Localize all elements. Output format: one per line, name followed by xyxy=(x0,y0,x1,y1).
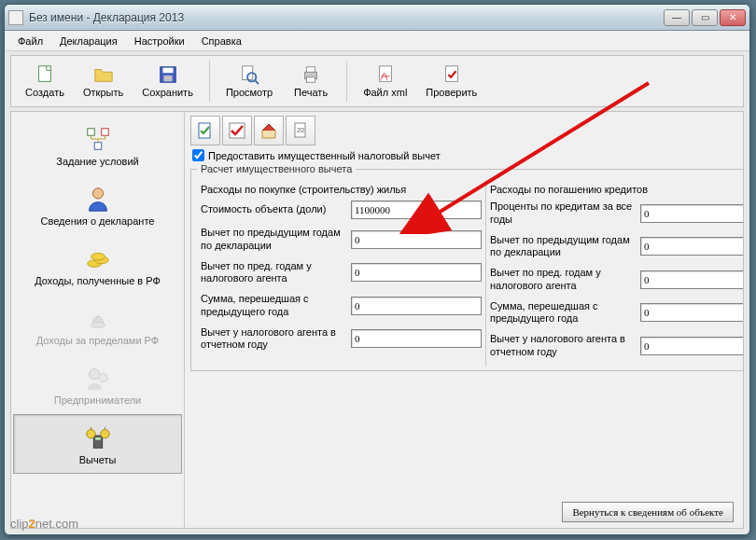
input-prev-agent-deduction[interactable] xyxy=(351,263,482,282)
svg-point-24 xyxy=(86,429,94,437)
input-credit-agent-current[interactable] xyxy=(640,337,743,355)
field-agent-current-year: Вычет у налогового агента в отчетном год… xyxy=(201,326,482,353)
sidebar: Задание условий Сведения о декларанте До… xyxy=(11,112,185,528)
watermark: clip2net.com xyxy=(10,517,78,531)
save-icon xyxy=(157,64,179,85)
toolbar-create-button[interactable]: Создать xyxy=(17,58,73,104)
calculation-group-title: Расчет имущественного вычета xyxy=(197,163,356,174)
toolbar-print-button[interactable]: Печать xyxy=(283,58,339,104)
svg-rect-3 xyxy=(163,76,172,81)
svg-rect-11 xyxy=(445,66,457,82)
toolbar-separator xyxy=(346,61,347,102)
toolbar-preview-button[interactable]: Просмотр xyxy=(217,58,281,104)
columns: Расходы по покупке (строительству) жилья… xyxy=(197,180,743,367)
house-icon xyxy=(259,121,278,140)
sidebar-item-income-abroad[interactable]: Доходы за пределами РФ xyxy=(13,295,182,354)
window-controls: — ▭ ✕ xyxy=(664,9,746,26)
app-icon xyxy=(8,10,23,25)
toolbar-separator xyxy=(209,61,210,102)
svg-point-25 xyxy=(100,429,108,437)
declarant-icon xyxy=(84,185,112,213)
income-abroad-icon xyxy=(84,304,112,332)
input-object-cost[interactable] xyxy=(351,201,482,219)
menu-help[interactable]: Справка xyxy=(196,34,247,48)
field-carryover-sum: Сумма, перешедшая с предыдущего года xyxy=(201,293,482,319)
sidebar-item-declarant[interactable]: Сведения о декларанте xyxy=(13,175,182,235)
toolbar-open-button[interactable]: Открыть xyxy=(75,58,132,104)
toolbar-check-button[interactable]: Проверить xyxy=(417,58,485,104)
svg-point-15 xyxy=(92,187,103,198)
grant-deduction-label: Предоставить имущественный налоговый выч… xyxy=(208,150,441,161)
svg-rect-9 xyxy=(307,77,315,83)
folder-open-icon xyxy=(92,64,115,85)
svg-rect-13 xyxy=(101,128,108,135)
input-prev-decl-deduction[interactable] xyxy=(351,230,482,249)
field-credit-prev-decl: Вычет по предыдущим годам по декларации xyxy=(490,234,743,260)
maximize-button[interactable]: ▭ xyxy=(692,9,718,26)
svg-point-18 xyxy=(91,253,105,260)
sidebar-item-income-ru[interactable]: Доходы, полученные в РФ xyxy=(13,235,182,295)
svg-rect-14 xyxy=(94,142,102,149)
field-credit-interest: Проценты по кредитам за все годы xyxy=(490,201,743,227)
toolbar-xml-button[interactable]: Файл xml xyxy=(355,58,415,104)
field-prev-agent-deduction: Вычет по пред. годам у налогового агента xyxy=(201,260,482,286)
deduction-type-property-button[interactable] xyxy=(254,116,284,145)
input-carryover-sum[interactable] xyxy=(351,297,482,315)
checkbox-red-icon xyxy=(228,121,246,140)
menu-file[interactable]: Файл xyxy=(12,34,49,48)
input-agent-current-year[interactable] xyxy=(351,329,482,348)
sidebar-item-conditions[interactable]: Задание условий xyxy=(13,116,182,175)
field-credit-agent-current: Вычет у налогового агента в отчетном год… xyxy=(490,333,743,359)
input-credit-interest[interactable] xyxy=(640,204,743,223)
deduction-type-toolbar: 20 xyxy=(190,116,737,145)
conditions-icon xyxy=(84,125,112,153)
document-small-icon: 20 xyxy=(291,121,310,140)
back-to-object-button[interactable]: Вернуться к сведениям об объекте xyxy=(562,502,734,522)
grant-deduction-row: Предоставить имущественный налоговый выч… xyxy=(192,149,737,161)
deductions-icon xyxy=(84,423,112,451)
minimize-button[interactable]: — xyxy=(664,9,690,26)
sidebar-item-deductions[interactable]: Вычеты xyxy=(13,414,182,474)
field-credit-prev-agent: Вычет по пред. годам у налогового агента xyxy=(490,267,743,293)
svg-line-6 xyxy=(255,80,259,84)
content-panel: 20 Предоставить имущественный налоговый … xyxy=(185,112,743,528)
xml-file-icon xyxy=(374,64,397,85)
field-prev-decl-deduction: Вычет по предыдущим годам по декларации xyxy=(201,227,482,253)
deduction-type-securities-button[interactable]: 20 xyxy=(286,116,315,145)
column-purchase-title: Расходы по покупке (строительству) жилья xyxy=(201,184,482,195)
calculation-group: Расчет имущественного вычета Расходы по … xyxy=(190,163,743,371)
window-title: Без имени - Декларация 2013 xyxy=(29,11,664,24)
deduction-type-social-button[interactable] xyxy=(222,116,252,145)
svg-rect-12 xyxy=(87,128,94,135)
input-credit-carryover[interactable] xyxy=(640,303,743,322)
deduction-type-standard-button[interactable] xyxy=(190,116,220,145)
close-button[interactable]: ✕ xyxy=(720,9,746,26)
svg-rect-2 xyxy=(162,68,173,74)
toolbar-save-button[interactable]: Сохранить xyxy=(133,58,202,104)
svg-point-20 xyxy=(89,368,99,379)
entrepreneur-icon xyxy=(84,364,112,392)
column-credit: Расходы по погашению кредитов Проценты п… xyxy=(485,180,743,367)
menu-declaration[interactable]: Декларация xyxy=(54,34,123,48)
income-ru-icon xyxy=(84,244,112,272)
preview-icon xyxy=(238,64,260,85)
svg-text:20: 20 xyxy=(297,127,304,133)
grant-deduction-checkbox[interactable] xyxy=(192,149,204,161)
app-window: Без имени - Декларация 2013 — ▭ ✕ Файл Д… xyxy=(4,4,750,535)
input-credit-prev-decl[interactable] xyxy=(640,237,743,256)
titlebar: Без имени - Декларация 2013 — ▭ ✕ xyxy=(5,5,749,31)
menu-settings[interactable]: Настройки xyxy=(129,34,190,48)
svg-rect-26 xyxy=(199,123,210,138)
svg-point-19 xyxy=(91,322,105,327)
sidebar-item-entrepreneur[interactable]: Предприниматели xyxy=(13,354,182,414)
svg-point-21 xyxy=(98,373,106,381)
main-body: Задание условий Сведения о декларанте До… xyxy=(10,111,744,529)
svg-rect-23 xyxy=(95,437,101,440)
print-icon xyxy=(300,64,322,85)
document-check-icon xyxy=(196,121,215,140)
input-credit-prev-agent[interactable] xyxy=(640,270,743,289)
column-credit-title: Расходы по погашению кредитов xyxy=(490,184,743,195)
svg-rect-8 xyxy=(307,67,315,73)
field-credit-carryover: Сумма, перешедшая с предыдущего года xyxy=(490,300,743,326)
field-object-cost: Стоимость объекта (доли) xyxy=(201,201,482,219)
